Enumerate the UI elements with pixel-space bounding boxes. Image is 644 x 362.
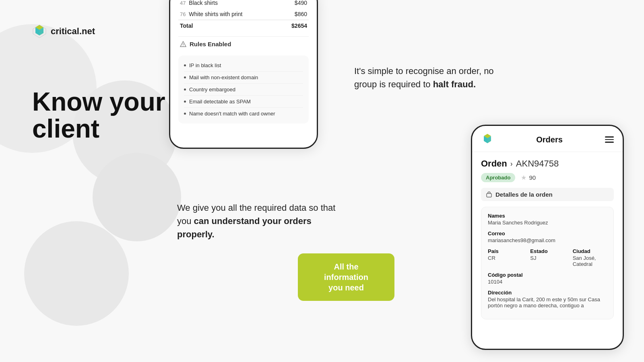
- phone-mockup-2: Orders Orden › AKN94758 Aprobado ★ 90 De…: [471, 125, 624, 350]
- location-row: País CR Estado SJ Ciudad San José, Cated…: [488, 248, 607, 267]
- logo-icon: [32, 24, 47, 39]
- estado-col: Estado SJ: [530, 248, 564, 267]
- table-total-row: Total$2654: [178, 20, 309, 32]
- phone2-header-title: Orders: [536, 135, 563, 144]
- rule-item: Country embargoed: [184, 84, 303, 96]
- direccion-label: Dirección: [488, 290, 607, 296]
- bullet-icon: [184, 101, 186, 103]
- hamburger-line-2: [605, 139, 614, 140]
- bullet-icon: [184, 76, 186, 78]
- description-bold: can understand your orders properly.: [177, 216, 312, 239]
- order-table: 47 Black shirts$49076 White shirts with …: [178, 0, 309, 31]
- direccion-value: Del hospital la Carit, 200 m este y 50m …: [488, 296, 607, 309]
- pais-value: CR: [488, 255, 522, 261]
- bg-circle-4: [24, 221, 129, 326]
- logo[interactable]: critical.net: [32, 24, 95, 39]
- codigo-field: Código postal 10104: [488, 272, 607, 285]
- phone2-header: Orders: [472, 126, 623, 152]
- codigo-value: 10104: [488, 279, 607, 285]
- direccion-field: Dirección Del hospital la Carit, 200 m e…: [488, 290, 607, 309]
- cta-button[interactable]: All the information you need: [298, 253, 394, 301]
- score-row: ★ 90: [521, 174, 536, 181]
- rule-item: Name doesn't match with card owner: [184, 108, 303, 119]
- bg-circle-3: [93, 153, 181, 241]
- correo-value: mariasanches98@gmail.com: [488, 237, 607, 243]
- estado-label: Estado: [530, 248, 564, 254]
- ciudad-label: Ciudad: [573, 248, 607, 254]
- hero-title: Know your client: [32, 88, 165, 142]
- pais-col: País CR: [488, 248, 522, 267]
- rule-item: Mail with non-existent domain: [184, 72, 303, 84]
- right-description: It's simple to recognise an order, no gr…: [354, 64, 499, 91]
- phone2-logo-icon: [481, 133, 494, 146]
- order-id: AKN94758: [516, 158, 559, 169]
- cta-line2: you need: [328, 283, 364, 292]
- bullet-icon: [184, 64, 186, 66]
- table-row: 76 White shirts with print$860: [178, 8, 309, 20]
- estado-value: SJ: [530, 255, 564, 261]
- ciudad-value: San José, Catedral: [573, 255, 607, 267]
- section-header: Detalles de la orden: [481, 188, 614, 201]
- hamburger-line-3: [605, 142, 614, 143]
- table-row: 47 Black shirts$490: [178, 0, 309, 8]
- names-value: Maria Sanches Rodriguez: [488, 220, 607, 226]
- order-label: Orden: [481, 158, 507, 169]
- phone2-body: Orden › AKN94758 Aprobado ★ 90 Detalles …: [472, 152, 623, 326]
- bag-icon: [486, 191, 492, 198]
- pais-label: País: [488, 248, 522, 254]
- rules-header: Rules Enabled: [178, 36, 309, 51]
- phone-mockup-1: 47 Black shirts$49076 White shirts with …: [169, 0, 318, 149]
- logo-text: critical.net: [51, 26, 95, 37]
- section-title: Detalles de la orden: [495, 191, 553, 198]
- cta-line1: All the information: [324, 262, 368, 282]
- svg-rect-11: [487, 193, 491, 197]
- status-row: Aprobado ★ 90: [481, 173, 614, 182]
- order-breadcrumb: Orden › AKN94758: [481, 158, 614, 169]
- rule-item: IP in black list: [184, 60, 303, 72]
- rule-item: Email detectable as SPAM: [184, 96, 303, 108]
- right-text-bold: halt fraud.: [433, 79, 476, 89]
- hamburger-line-1: [605, 136, 614, 138]
- svg-point-6: [183, 45, 184, 46]
- rules-list: IP in black listMail with non-existent d…: [178, 56, 309, 123]
- detail-card: Names Maria Sanches Rodriguez Correo mar…: [481, 207, 614, 319]
- description-text: We give you all the required data so tha…: [177, 201, 346, 241]
- codigo-label: Código postal: [488, 272, 607, 278]
- chevron-icon: ›: [510, 160, 513, 168]
- correo-field: Correo mariasanches98@gmail.com: [488, 230, 607, 243]
- hero-text: Know your client: [32, 88, 165, 142]
- names-label: Names: [488, 213, 607, 219]
- warning-icon: [180, 41, 186, 47]
- status-badge: Aprobado: [481, 173, 515, 182]
- correo-label: Correo: [488, 230, 607, 237]
- names-field: Names Maria Sanches Rodriguez: [488, 213, 607, 226]
- score-value: 90: [529, 174, 536, 181]
- hamburger-menu[interactable]: [605, 136, 614, 143]
- star-icon: ★: [521, 174, 526, 181]
- ciudad-col: Ciudad San José, Catedral: [573, 248, 607, 267]
- bullet-icon: [184, 113, 186, 115]
- bullet-icon: [184, 88, 186, 90]
